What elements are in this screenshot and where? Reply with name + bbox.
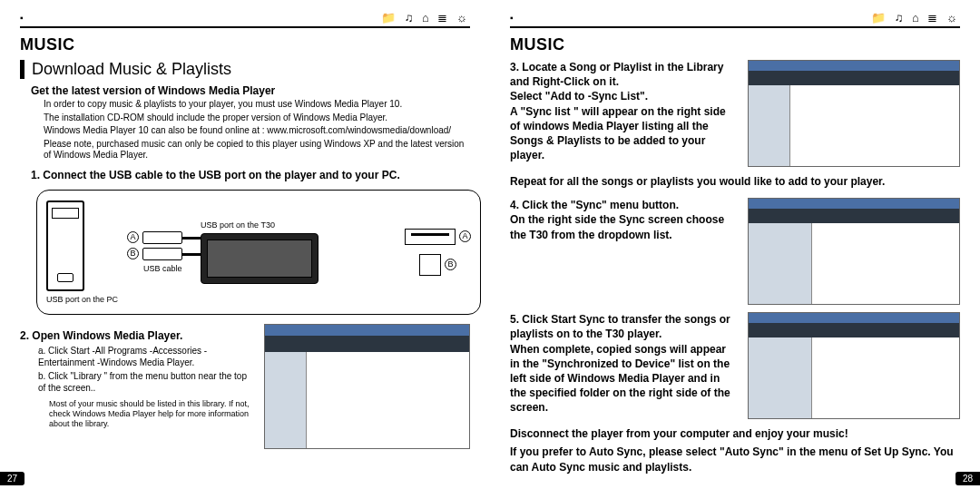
wmp-synclist-screenshot [748, 60, 960, 167]
marker-a2-icon: A [459, 230, 471, 242]
page-top-rule: ▪ 📁 ♫ ⌂ ≣ ☼ [20, 11, 470, 28]
usb-plug-b-icon [142, 248, 182, 260]
t30-device-icon [201, 233, 318, 284]
corner-mark-icon: ▪ [20, 13, 24, 23]
intro-line-3: Windows Media Player 10 can also be foun… [20, 125, 470, 137]
intro-line-4: Please note, purchased music can only be… [20, 139, 470, 161]
section-heading: Download Music & Playlists [20, 60, 470, 79]
marker-b2-icon: B [445, 259, 456, 270]
marker-b-icon: B [127, 248, 139, 259]
step-3-line-2: Select "Add to -Sync List". [510, 89, 739, 103]
diagram-label-usb-pc: USB port on the PC [46, 295, 118, 304]
usb-b-connector-icon [419, 254, 441, 276]
category-icons: 📁 ♫ ⌂ ≣ ☼ [381, 11, 470, 24]
step-2b: b. Click "Library " from the menu button… [20, 370, 255, 394]
intro-line-2: The installation CD-ROM should include t… [20, 112, 470, 124]
step-4-line-1: 4. Click the "Sync" menu button. [510, 198, 739, 212]
usb-a-connector-icon [405, 229, 456, 245]
footer-autosync: If you prefer to Auto Sync, please selec… [510, 445, 960, 474]
corner-mark-icon: ▪ [510, 13, 514, 23]
step-2a: a. Click Start -All Programs -Accessorie… [20, 345, 255, 368]
wmp-sync-screenshot [748, 198, 960, 305]
diagram-label-usb-t30: USB port on the T30 [201, 220, 318, 230]
usb-connection-diagram: USB port on the PC A B USB cable USB por… [36, 190, 481, 315]
marker-a-icon: A [127, 231, 139, 243]
page-top-rule: ▪ 📁 ♫ ⌂ ≣ ☼ [510, 11, 960, 28]
usb-plug-a-icon [142, 231, 182, 244]
page-number: 27 [0, 472, 24, 485]
step-2-note: Most of your music should be listed in t… [20, 399, 255, 430]
step-3-line-3: A "Sync list " will appear on the right … [510, 104, 739, 163]
page-title: MUSIC [510, 35, 960, 54]
category-icons: 📁 ♫ ⌂ ≣ ☼ [871, 11, 960, 24]
manual-page-28: ▪ 📁 ♫ ⌂ ≣ ☼ MUSIC 3. Locate a Song or Pl… [490, 0, 980, 489]
manual-page-27: ▪ 📁 ♫ ⌂ ≣ ☼ MUSIC Download Music & Playl… [0, 0, 490, 489]
subheading: Get the latest version of Windows Media … [20, 84, 470, 97]
step-1-heading: 1. Connect the USB cable to the USB port… [20, 169, 470, 181]
diagram-label-usb-cable: USB cable [143, 264, 182, 273]
step-3-line-1: 3. Locate a Song or Playlist in the Libr… [510, 60, 739, 89]
step-2-heading: 2. Open Windows Media Player. [20, 329, 255, 342]
step-5-line-1: 5. Click Start Sync to transfer the song… [510, 312, 739, 341]
page-number: 28 [956, 472, 980, 485]
step-5-line-2: When complete, copied songs will appear … [510, 342, 739, 416]
intro-line-1: In order to copy music & playlists to yo… [20, 99, 470, 111]
step-3-repeat: Repeat for all the songs or playlists yo… [510, 174, 960, 189]
pc-tower-icon [46, 200, 84, 291]
step-4-line-2: On the right side the Sync screen choose… [510, 212, 739, 241]
wmp-library-screenshot [264, 324, 470, 449]
page-title: MUSIC [20, 35, 470, 54]
footer-disconnect: Disconnect the player from your computer… [510, 426, 960, 441]
wmp-complete-screenshot [748, 312, 960, 419]
